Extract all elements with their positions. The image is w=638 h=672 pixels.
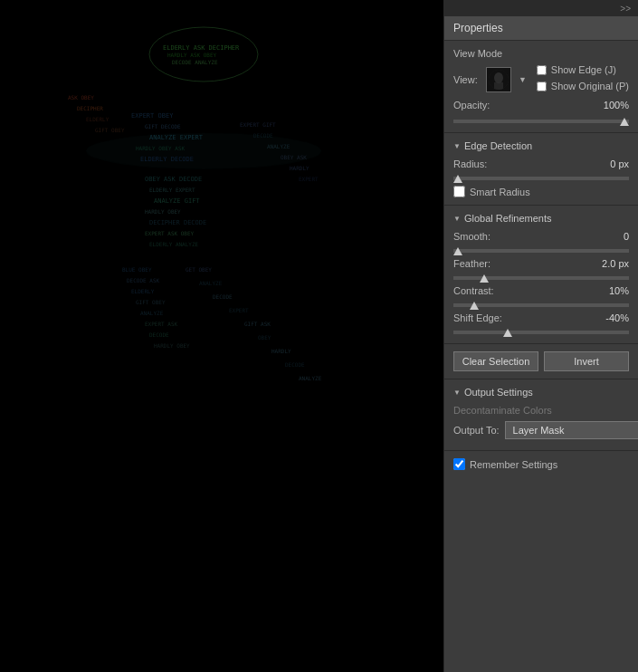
- show-edge-checkbox[interactable]: [537, 65, 547, 75]
- output-settings-label: Output Settings: [464, 387, 533, 398]
- shift-edge-label: Shift Edge:: [453, 312, 502, 323]
- remember-settings-checkbox[interactable]: [453, 458, 465, 470]
- top-bar: >>: [444, 0, 638, 16]
- output-settings-section: ▼ Output Settings Decontaminate Colors O…: [444, 379, 638, 451]
- view-mode-section: View Mode View: ▼ Show Edge (J): [444, 41, 638, 133]
- collapse-button[interactable]: >>: [616, 4, 634, 14]
- opacity-label: Opacity:: [453, 100, 490, 110]
- svg-text:ANALYZE: ANALYZE: [140, 310, 164, 316]
- svg-point-46: [494, 72, 503, 83]
- svg-text:EXPERT GIFT: EXPERT GIFT: [240, 121, 276, 128]
- svg-text:ASK OBEY: ASK OBEY: [68, 94, 94, 101]
- edge-detection-title: ▼ Edge Detection: [453, 140, 629, 151]
- svg-text:ANALYZE: ANALYZE: [199, 280, 223, 286]
- view-row: View: ▼ Show Edge (J): [453, 64, 629, 94]
- panel-title: Properties: [453, 22, 503, 34]
- global-refinements-title: ▼ Global Refinements: [453, 213, 629, 224]
- shift-edge-value: -40%: [605, 312, 629, 323]
- svg-text:ANALYZE: ANALYZE: [299, 375, 322, 381]
- radius-row: Radius: 0 px: [453, 158, 629, 169]
- view-mode-label: View Mode: [453, 48, 629, 59]
- svg-text:ELDERLY ANALYZE: ELDERLY ANALYZE: [149, 241, 199, 247]
- show-edge-label: Show Edge (J): [551, 64, 616, 75]
- svg-text:HARDLY OBEY: HARDLY OBEY: [154, 342, 190, 349]
- svg-text:ELDERLY ASK DECIPHER: ELDERLY ASK DECIPHER: [163, 44, 240, 52]
- view-label: View:: [453, 74, 479, 85]
- clear-selection-button[interactable]: Clear Selection: [453, 351, 538, 371]
- remember-settings-label: Remember Settings: [470, 459, 557, 470]
- smooth-value: 0: [624, 231, 629, 242]
- shift-edge-row: Shift Edge: -40%: [453, 312, 629, 323]
- radius-value: 0 px: [610, 158, 629, 169]
- svg-text:DECODE: DECODE: [213, 293, 233, 300]
- panel-header: Properties: [444, 16, 638, 41]
- svg-text:HARDLY OBEY: HARDLY OBEY: [145, 208, 181, 215]
- edge-detection-collapse-icon[interactable]: ▼: [453, 142, 461, 150]
- opacity-value: 100%: [604, 100, 629, 110]
- svg-point-44: [86, 133, 321, 169]
- opacity-row: Opacity: 100%: [453, 100, 629, 110]
- svg-text:BLUE OBEY: BLUE OBEY: [122, 266, 152, 273]
- view-dropdown-arrow-icon[interactable]: ▼: [519, 75, 527, 84]
- svg-text:DECIPHER: DECIPHER: [77, 105, 103, 111]
- edge-detection-label: Edge Detection: [464, 140, 532, 151]
- properties-panel: >> Properties View Mode View: ▼: [443, 0, 638, 672]
- contrast-label: Contrast:: [453, 285, 494, 296]
- svg-text:ELDERLY: ELDERLY: [86, 116, 110, 122]
- svg-text:HARDLY: HARDLY: [290, 165, 309, 171]
- edge-detection-section: ▼ Edge Detection Radius: 0 px Smart Radi…: [444, 133, 638, 206]
- svg-text:DECODE: DECODE: [149, 331, 169, 338]
- svg-text:GIFT OBEY: GIFT OBEY: [136, 299, 166, 305]
- svg-rect-47: [494, 82, 503, 90]
- canvas-area: ELDERLY ASK DECIPHER HARDLY ASK OBEY DEC…: [0, 0, 443, 672]
- smooth-label: Smooth:: [453, 231, 490, 242]
- global-refinements-section: ▼ Global Refinements Smooth: 0 Feather: …: [444, 206, 638, 344]
- output-to-dropdown[interactable]: Layer Mask Selection New Layer New Layer…: [505, 421, 638, 439]
- svg-rect-0: [5, 0, 439, 672]
- feather-row: Feather: 2.0 px: [453, 258, 629, 269]
- action-buttons-row: Clear Selection Invert: [444, 344, 638, 379]
- radius-slider[interactable]: [453, 177, 629, 180]
- svg-text:GIFT ASK: GIFT ASK: [244, 321, 271, 327]
- show-original-checkbox[interactable]: [537, 82, 547, 91]
- smart-radius-checkbox[interactable]: [453, 186, 465, 197]
- svg-text:GIFT DECODE: GIFT DECODE: [145, 123, 181, 130]
- smooth-slider[interactable]: [453, 249, 629, 253]
- global-refinements-label: Global Refinements: [464, 213, 552, 224]
- global-refinements-collapse-icon[interactable]: ▼: [453, 215, 461, 223]
- svg-text:EXPERT OBEY: EXPERT OBEY: [131, 112, 174, 120]
- view-thumbnail-inner: [489, 70, 509, 90]
- view-thumbnail[interactable]: [486, 67, 511, 92]
- shift-edge-slider[interactable]: [453, 331, 629, 334]
- svg-text:EXPERT: EXPERT: [299, 176, 319, 182]
- opacity-slider[interactable]: [453, 120, 629, 123]
- output-settings-collapse-icon[interactable]: ▼: [453, 389, 461, 397]
- svg-text:EXPERT ASK OBEY: EXPERT ASK OBEY: [145, 230, 195, 236]
- svg-text:GIFT OBEY: GIFT OBEY: [95, 127, 125, 133]
- feather-slider[interactable]: [453, 276, 629, 280]
- contrast-slider[interactable]: [453, 303, 629, 307]
- svg-text:DECODE ANALYZE: DECODE ANALYZE: [172, 59, 218, 65]
- remember-settings-row: Remember Settings: [444, 451, 638, 477]
- invert-button[interactable]: Invert: [544, 351, 629, 371]
- feather-value: 2.0 px: [602, 258, 629, 269]
- svg-text:DECODE ASK: DECODE ASK: [127, 277, 160, 283]
- contrast-row: Contrast: 10%: [453, 285, 629, 296]
- show-original-label: Show Original (P): [551, 81, 629, 91]
- smart-radius-label: Smart Radius: [470, 187, 530, 197]
- svg-text:OBEY ASK DECODE: OBEY ASK DECODE: [145, 176, 202, 183]
- radius-label: Radius:: [453, 158, 487, 169]
- svg-text:GET OBEY: GET OBEY: [186, 266, 212, 273]
- smart-radius-row: Smart Radius: [453, 186, 629, 197]
- show-edge-row: Show Edge (J): [537, 64, 629, 75]
- svg-text:ELDERLY EXPERT: ELDERLY EXPERT: [149, 187, 195, 193]
- feather-label: Feather:: [453, 258, 490, 269]
- output-settings-title: ▼ Output Settings: [453, 387, 629, 398]
- svg-text:OBEY: OBEY: [258, 334, 271, 341]
- contrast-value: 10%: [609, 285, 629, 296]
- svg-text:ANALYZE GIFT: ANALYZE GIFT: [154, 197, 200, 205]
- svg-text:EXPERT ASK: EXPERT ASK: [145, 321, 178, 327]
- svg-text:DECIPHER DECODE: DECIPHER DECODE: [149, 219, 206, 226]
- svg-text:HARDLY: HARDLY: [271, 348, 291, 354]
- svg-text:EXPERT: EXPERT: [229, 307, 249, 313]
